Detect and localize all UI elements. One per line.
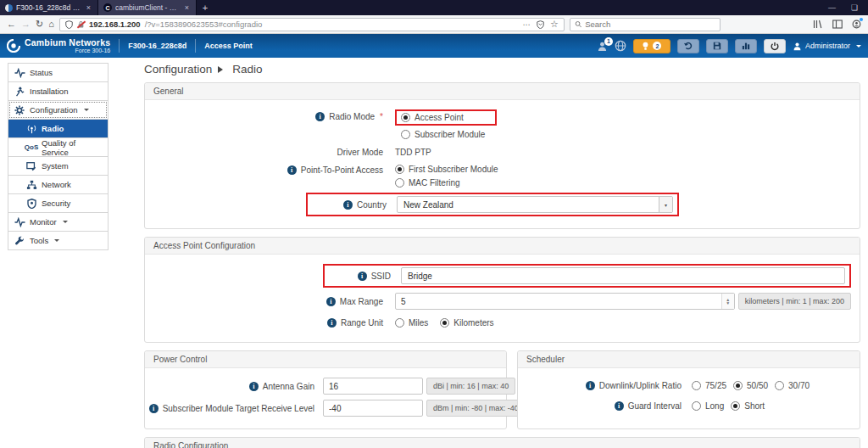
sidebar-item-label: Quality of Service	[42, 138, 103, 157]
tab-close-icon[interactable]: ×	[85, 3, 92, 12]
gear-icon	[14, 105, 25, 115]
radio-button-icon[interactable]	[731, 401, 740, 411]
ssid-input[interactable]	[408, 272, 838, 281]
sidebar-item-label: Network	[42, 180, 71, 189]
globe-icon[interactable]	[615, 40, 626, 52]
brand-name: Cambium Networks	[25, 38, 110, 48]
connected-users-icon[interactable]: 1	[597, 41, 608, 52]
sidebar-item-radio[interactable]: Radio	[8, 119, 108, 138]
info-icon[interactable]	[149, 404, 159, 413]
user-count-badge: 1	[604, 37, 613, 46]
ratio-30-70[interactable]: 30/70	[775, 381, 810, 390]
sidebar-item-label: Configuration	[30, 105, 78, 115]
radio-button-icon[interactable]	[395, 178, 404, 188]
info-icon[interactable]	[249, 382, 259, 391]
dropdown-arrow-icon[interactable]: ▾	[659, 197, 672, 212]
sidebar-item-qos[interactable]: QoS Quality of Service	[8, 137, 108, 157]
new-tab-button[interactable]: +	[197, 0, 214, 15]
radio-button-icon[interactable]	[440, 318, 449, 328]
undo-button[interactable]	[677, 39, 699, 53]
sidebars-icon[interactable]	[832, 20, 843, 29]
back-icon[interactable]: ←	[7, 20, 16, 29]
radio-button-icon[interactable]	[395, 165, 404, 174]
device-name: F300-16_228c8d	[128, 42, 186, 50]
reboot-button[interactable]	[764, 39, 786, 53]
info-icon[interactable]	[327, 318, 337, 328]
tab-title: cambiumClient - Subscriber M	[115, 3, 180, 12]
window-minimize-button[interactable]: —	[828, 3, 836, 12]
ptp-access-first-sm[interactable]: First Subscriber Module	[395, 165, 498, 174]
country-select[interactable]: New Zealand ▾	[397, 196, 673, 213]
tab-close-icon[interactable]: ×	[183, 3, 191, 12]
breadcrumb-parent: Configuration	[144, 63, 212, 76]
radio-button-icon[interactable]	[692, 381, 701, 390]
home-icon[interactable]: ⌂	[48, 20, 54, 29]
info-icon[interactable]	[343, 200, 353, 210]
info-icon[interactable]	[586, 381, 595, 390]
browser-tab-access-point[interactable]: F300-16_228c8d - Access Point ×	[0, 0, 98, 15]
sidebar-item-status[interactable]: Status	[8, 63, 108, 82]
radio-antenna-icon	[25, 124, 37, 134]
sidebar-item-tools[interactable]: Tools	[8, 231, 108, 250]
search-input[interactable]	[585, 20, 715, 29]
sidebar-item-label: Tools	[30, 236, 48, 245]
guard-long[interactable]: Long	[692, 401, 724, 411]
radio-button-icon[interactable]	[692, 401, 701, 411]
info-icon[interactable]	[615, 401, 624, 411]
field-label: Antenna Gain	[263, 382, 314, 391]
sm-target-rx-units: dBm | min: -80 | max: -40	[426, 400, 526, 417]
bookmark-star-icon[interactable]: ☆	[550, 19, 559, 30]
hints-button[interactable]: 2	[633, 39, 670, 53]
sidebar-item-configuration[interactable]: Configuration	[8, 100, 108, 120]
field-label: Downlink/Uplink Ratio	[599, 381, 682, 390]
spectrum-analyzer-button[interactable]	[735, 39, 757, 53]
radio-mode-subscriber-module[interactable]: Subscriber Module	[401, 130, 485, 139]
info-icon[interactable]	[326, 297, 336, 306]
radio-mode-access-point[interactable]: Access Point	[401, 113, 464, 122]
top-menu-access-point[interactable]: Access Point	[204, 42, 253, 50]
ptp-access-mac-filtering[interactable]: MAC Filtering	[395, 178, 498, 188]
radio-button-icon[interactable]	[395, 318, 404, 328]
radio-button-icon[interactable]	[775, 381, 784, 390]
radio-button-icon[interactable]	[401, 130, 410, 139]
info-icon[interactable]	[315, 112, 325, 121]
ratio-75-25[interactable]: 75/25	[692, 381, 726, 390]
tracking-shield-icon[interactable]	[65, 20, 73, 29]
guard-short[interactable]: Short	[731, 401, 765, 411]
range-unit-kilometers[interactable]: Kilometers	[440, 318, 493, 328]
stepper-icon[interactable]: ▲▼	[721, 294, 734, 309]
app-header: Cambium Networks Force 300-16 F300-16_22…	[0, 34, 868, 58]
section-title: Access Point Configuration	[145, 238, 860, 255]
qos-icon: QoS	[25, 143, 37, 151]
browser-tab-subscriber[interactable]: C cambiumClient - Subscriber M ×	[98, 0, 197, 15]
insecure-lock-icon[interactable]	[77, 20, 85, 29]
ratio-50-50[interactable]: 50/50	[733, 381, 768, 390]
url-bar[interactable]: 192.168.1.200/?v=1583890623553#configrad…	[59, 18, 565, 31]
library-icon[interactable]	[813, 20, 823, 29]
range-unit-miles[interactable]: Miles	[395, 318, 428, 328]
info-icon[interactable]	[287, 165, 297, 175]
sidebar-item-installation[interactable]: Installation	[8, 81, 108, 101]
forward-icon[interactable]: →	[21, 20, 31, 29]
search-bar[interactable]	[570, 18, 721, 31]
reload-icon[interactable]: ↻	[36, 20, 43, 29]
user-menu[interactable]: Administrator	[793, 42, 861, 51]
radio-button-icon[interactable]	[401, 113, 410, 122]
save-button[interactable]	[706, 39, 728, 53]
max-range-input[interactable]	[396, 294, 721, 309]
user-menu-label: Administrator	[805, 42, 850, 50]
sidebar-item-system[interactable]: System	[8, 156, 108, 176]
window-restore-button[interactable]: ❏	[851, 3, 858, 12]
sidebar-item-monitor[interactable]: Monitor	[8, 212, 108, 232]
info-icon[interactable]	[358, 272, 367, 281]
sidebar-item-network[interactable]: Network	[8, 175, 108, 194]
pocket-shield-icon[interactable]	[537, 20, 544, 29]
radio-button-icon[interactable]	[733, 381, 743, 390]
sidebar-item-security[interactable]: Security	[8, 193, 108, 213]
page-actions-icon[interactable]: ⋯	[523, 20, 531, 29]
max-range-field-wrap: ▲▼	[395, 293, 735, 310]
sidebar-item-label: Security	[42, 199, 70, 208]
sidebar-item-label: Status	[30, 68, 53, 77]
section-title: Power Control	[145, 351, 506, 368]
account-icon[interactable]	[852, 20, 861, 29]
